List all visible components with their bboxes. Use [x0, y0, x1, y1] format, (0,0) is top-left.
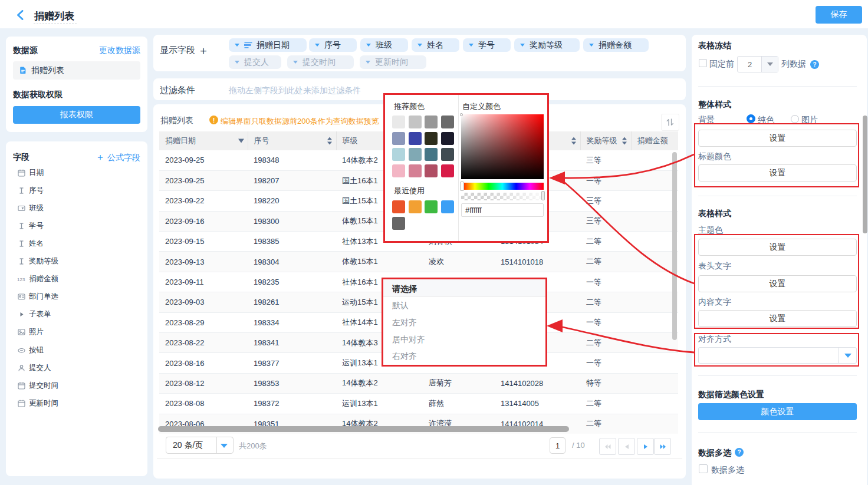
svg-text:123: 123 [17, 277, 25, 282]
